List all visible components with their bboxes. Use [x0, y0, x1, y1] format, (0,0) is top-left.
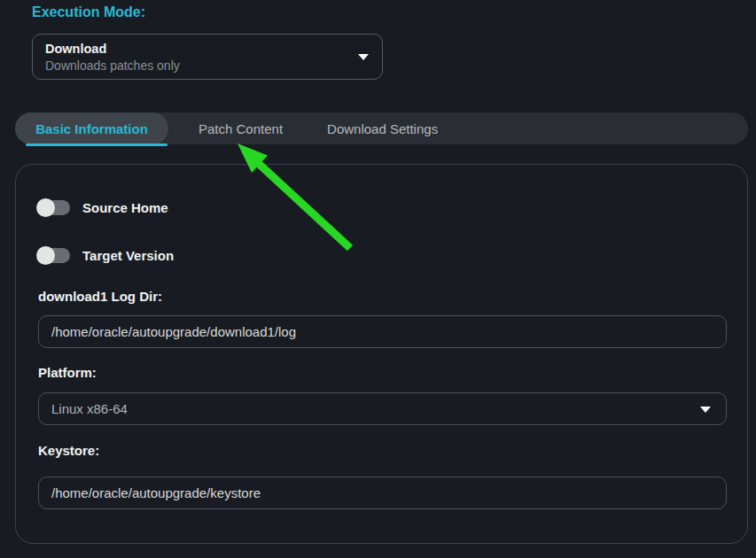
target-version-label: Target Version — [82, 248, 174, 263]
target-version-toggle[interactable] — [37, 248, 70, 263]
execution-mode-selected-value: Download — [45, 41, 370, 58]
source-home-row: Source Home — [37, 198, 168, 217]
tab-basic-information[interactable]: Basic Information — [15, 112, 168, 144]
platform-selected-value: Linux x86-64 — [51, 401, 128, 416]
form-panel: Source Home Target Version download1 Log… — [15, 164, 748, 544]
toggle-knob — [36, 246, 55, 265]
tab-bar: Basic Information Patch Content Download… — [15, 112, 748, 144]
platform-label: Platform: — [38, 365, 97, 380]
active-tab-underline — [26, 143, 168, 146]
page: Execution Mode: Download Downloads patch… — [0, 0, 756, 558]
tab-basic-information-label: Basic Information — [35, 121, 148, 136]
tab-download-settings[interactable]: Download Settings — [316, 112, 448, 144]
chevron-down-icon — [700, 407, 711, 413]
platform-select[interactable]: Linux x86-64 — [38, 392, 727, 425]
log-dir-input[interactable] — [38, 315, 727, 348]
target-version-row: Target Version — [37, 245, 174, 265]
tab-patch-content[interactable]: Patch Content — [188, 112, 293, 144]
toggle-knob — [36, 198, 55, 217]
source-home-label: Source Home — [82, 200, 168, 215]
chevron-down-icon — [358, 54, 369, 60]
log-dir-label: download1 Log Dir: — [38, 289, 162, 304]
execution-mode-select[interactable]: Download Downloads patches only — [32, 34, 383, 80]
source-home-toggle[interactable] — [37, 200, 70, 215]
keystore-label: Keystore: — [38, 443, 99, 458]
execution-mode-label: Execution Mode: — [32, 4, 145, 20]
execution-mode-description: Downloads patches only — [45, 58, 370, 74]
keystore-input[interactable] — [38, 477, 727, 509]
